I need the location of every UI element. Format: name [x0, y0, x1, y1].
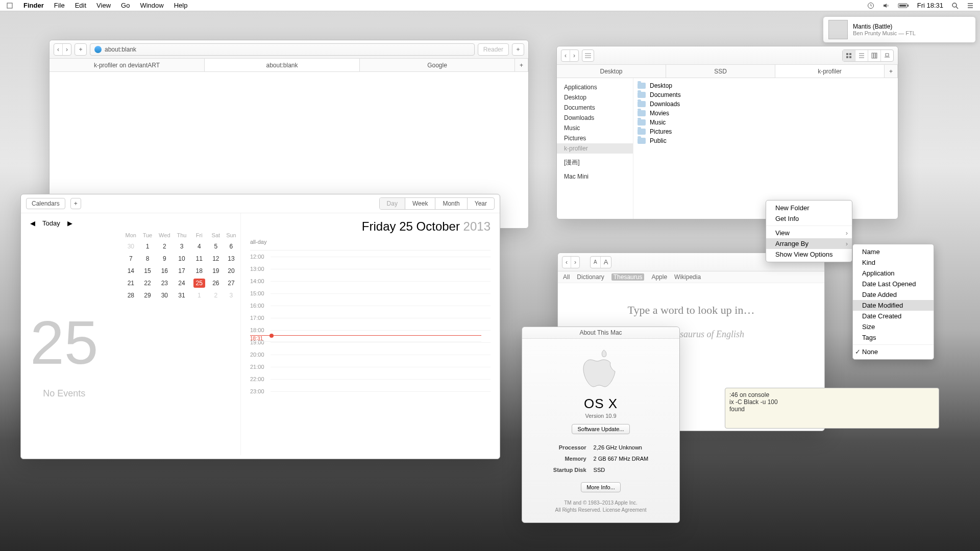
- tab-kprofiler[interactable]: k-profiler: [775, 65, 885, 78]
- menu-item[interactable]: Date Added: [853, 289, 934, 300]
- seg-year[interactable]: Year: [468, 198, 494, 209]
- icon-view-button[interactable]: [843, 50, 855, 61]
- more-info-button[interactable]: More Info...: [581, 482, 621, 492]
- calendar-day[interactable]: 26: [209, 277, 223, 289]
- calendar-day[interactable]: 31: [174, 289, 189, 302]
- seg-day[interactable]: Day: [380, 198, 405, 209]
- finder-forward-button[interactable]: ›: [570, 50, 578, 61]
- calendar-day[interactable]: 23: [155, 277, 174, 289]
- sidebar-item[interactable]: Downloads: [557, 113, 633, 123]
- calendar-day[interactable]: 5: [209, 240, 223, 253]
- url-bar[interactable]: about:blank: [90, 43, 475, 56]
- today-button[interactable]: Today: [42, 219, 60, 227]
- menu-view[interactable]: View: [96, 2, 111, 9]
- calendar-day[interactable]: 27: [223, 277, 239, 289]
- file-row[interactable]: Movies: [638, 109, 894, 118]
- menu-go[interactable]: Go: [121, 2, 130, 9]
- calendar-day[interactable]: 8: [140, 253, 156, 265]
- clock[interactable]: Fri 18:31: [917, 2, 943, 9]
- menu-item[interactable]: Tags: [853, 332, 934, 343]
- menu-help[interactable]: Help: [174, 2, 188, 9]
- file-row[interactable]: Documents: [638, 90, 894, 99]
- column-view-button[interactable]: [868, 50, 881, 61]
- calendar-day[interactable]: 22: [140, 277, 156, 289]
- calendar-day[interactable]: 25: [190, 277, 209, 289]
- menu-item[interactable]: Name: [853, 246, 934, 257]
- sidebar-item[interactable]: k-profiler: [557, 143, 633, 154]
- menu-item[interactable]: Arrange By: [766, 238, 852, 249]
- battery-icon[interactable]: [898, 3, 909, 9]
- reader-button[interactable]: Reader: [478, 43, 509, 56]
- menu-item[interactable]: Show View Options: [766, 249, 852, 260]
- seg-month[interactable]: Month: [435, 198, 467, 209]
- menu-item[interactable]: New Folder: [766, 203, 852, 213]
- calendar-day[interactable]: 14: [122, 265, 140, 277]
- calendars-button[interactable]: Calendars: [26, 198, 65, 209]
- calendar-day[interactable]: 12: [209, 253, 223, 265]
- calendar-day[interactable]: 10: [174, 253, 189, 265]
- coverflow-view-button[interactable]: [881, 50, 893, 61]
- menu-item[interactable]: View: [766, 228, 852, 238]
- volume-icon[interactable]: [883, 2, 890, 9]
- sidebar-item[interactable]: Desktop: [557, 92, 633, 103]
- calendar-day[interactable]: 4: [190, 240, 209, 253]
- software-update-button[interactable]: Software Update...: [572, 424, 629, 434]
- sidebar-item[interactable]: Applications: [557, 82, 633, 92]
- file-row[interactable]: Desktop: [638, 81, 894, 90]
- dict-source-tab[interactable]: Apple: [651, 273, 667, 281]
- menu-item[interactable]: Kind: [853, 257, 934, 268]
- prev-day-button[interactable]: ◀: [30, 219, 35, 227]
- menu-item[interactable]: Size: [853, 321, 934, 332]
- seg-week[interactable]: Week: [405, 198, 435, 209]
- font-smaller-button[interactable]: A: [591, 257, 601, 268]
- calendar-day[interactable]: 3: [223, 289, 239, 302]
- calendar-day[interactable]: 16: [155, 265, 174, 277]
- sidebar-item[interactable]: Mac Mini: [557, 171, 633, 182]
- calendar-day[interactable]: 2: [209, 289, 223, 302]
- sidebar-item[interactable]: Documents: [557, 103, 633, 113]
- dict-source-tab[interactable]: Wikipedia: [674, 273, 701, 281]
- tab-blank[interactable]: about:blank: [205, 59, 360, 71]
- menu-item[interactable]: Get Info: [766, 213, 852, 224]
- tab-desktop[interactable]: Desktop: [557, 65, 666, 78]
- calendar-day[interactable]: 17: [174, 265, 189, 277]
- calendar-day[interactable]: 20: [223, 265, 239, 277]
- spotlight-icon[interactable]: [951, 2, 959, 9]
- menu-item[interactable]: Date Modified: [853, 300, 934, 311]
- list-view-button[interactable]: [855, 50, 868, 61]
- calendar-day[interactable]: 28: [122, 289, 140, 302]
- calendar-day[interactable]: 30: [155, 289, 174, 302]
- tab-add[interactable]: +: [515, 59, 528, 71]
- sidebar-item[interactable]: Music: [557, 123, 633, 133]
- tab-deviantart[interactable]: k-profiler on deviantART: [50, 59, 205, 71]
- calendar-day[interactable]: 1: [140, 240, 156, 253]
- file-row[interactable]: Downloads: [638, 99, 894, 109]
- calendar-day[interactable]: 18: [190, 265, 209, 277]
- menu-file[interactable]: File: [54, 2, 65, 9]
- font-larger-button[interactable]: A: [601, 257, 611, 268]
- calendar-day[interactable]: 29: [140, 289, 156, 302]
- calendar-day[interactable]: 7: [122, 253, 140, 265]
- calendar-day[interactable]: 6: [223, 240, 239, 253]
- calendar-day[interactable]: 1: [190, 289, 209, 302]
- calendar-day[interactable]: 3: [174, 240, 189, 253]
- calendar-day[interactable]: 13: [223, 253, 239, 265]
- calendar-day[interactable]: 24: [174, 277, 189, 289]
- dict-source-tab[interactable]: All: [563, 273, 570, 281]
- tab-ssd[interactable]: SSD: [666, 65, 775, 78]
- terminal-window[interactable]: :46 on console ix -C Black -u 100 found: [725, 388, 939, 429]
- add-bookmark-button[interactable]: +: [75, 43, 87, 56]
- calendar-day[interactable]: 11: [190, 253, 209, 265]
- add-calendar-button[interactable]: +: [70, 198, 81, 209]
- dict-forward-button[interactable]: ›: [571, 257, 579, 268]
- calendar-day[interactable]: 15: [140, 265, 156, 277]
- file-row[interactable]: Public: [638, 136, 894, 145]
- sidebar-item[interactable]: [漫画]: [557, 157, 633, 168]
- finder-back-button[interactable]: ‹: [561, 50, 570, 61]
- menu-item[interactable]: None: [853, 346, 934, 357]
- now-playing-notification[interactable]: Mantis (Battle) Ben Prunty Music — FTL: [823, 16, 976, 43]
- calendar-day[interactable]: 21: [122, 277, 140, 289]
- calendar-day[interactable]: 30: [122, 240, 140, 253]
- dict-source-tab[interactable]: Dictionary: [577, 273, 604, 281]
- menu-item[interactable]: Application: [853, 268, 934, 279]
